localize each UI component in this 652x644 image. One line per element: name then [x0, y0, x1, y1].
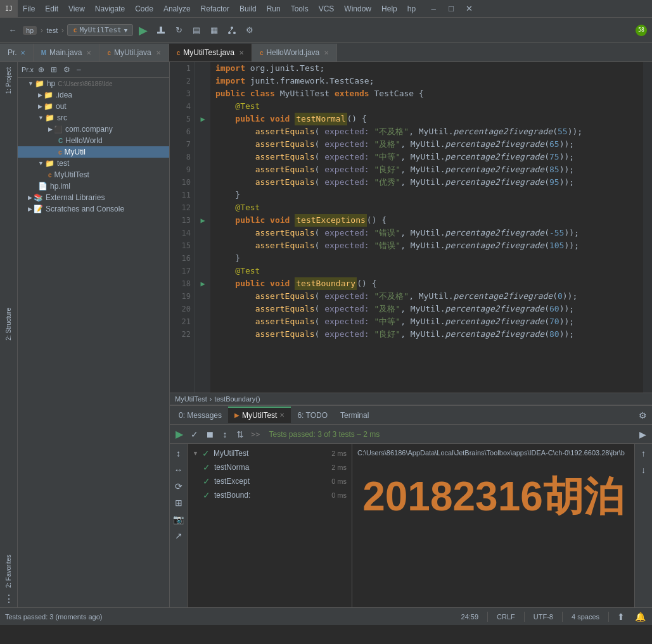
test-name-testbound: testBound: [214, 491, 250, 500]
right-strip-btn2[interactable]: ↓ [637, 463, 651, 477]
gutter-run-5[interactable]: ▶ [200, 115, 205, 123]
rerun-btn[interactable]: ✓ [188, 427, 201, 441]
menu-navigate[interactable]: Navigate [90, 0, 130, 17]
sort-az-btn[interactable]: ↕ [218, 427, 232, 441]
tree-item-helloworld[interactable]: C HelloWorld [18, 135, 169, 146]
menu-view[interactable]: View [63, 0, 90, 17]
menu-edit[interactable]: Edit [40, 0, 63, 17]
git-button[interactable] [224, 23, 240, 38]
svg-rect-1 [160, 27, 162, 32]
profiler-button[interactable]: ▦ [207, 23, 222, 38]
menu-build[interactable]: Build [234, 0, 262, 17]
notification-badge: 58 [636, 25, 647, 36]
gutter-run-13[interactable]: ▶ [200, 216, 205, 225]
sidebar-settings-btn[interactable]: ⚙ [61, 65, 72, 75]
tree-item-extlibs[interactable]: ▶ 📚 External Libraries [18, 192, 169, 203]
sidebar-layout-btn[interactable]: ⊞ [49, 65, 59, 75]
tab-helloworld[interactable]: c HelloWorld.java ✕ [252, 44, 337, 61]
tree-item-test[interactable]: ▼ 📁 test [18, 158, 169, 169]
bottom-strip-btn2[interactable]: ↔ [172, 463, 186, 477]
tab-helloworld-close[interactable]: ✕ [324, 49, 329, 56]
tree-item-hp[interactable]: ▼ 📁 hp C:\Users\86186\Ide [18, 78, 169, 89]
bottom-strip-btn4[interactable]: ⊞ [172, 496, 186, 510]
bottom-strip-btn6[interactable]: ↗ [172, 529, 186, 543]
sidebar-label-favorites[interactable]: 2: Favorites [4, 552, 13, 590]
sidebar-title: Pr.x [22, 66, 34, 73]
tree-item-idea[interactable]: ▶ 📁 .idea [18, 89, 169, 101]
tree-item-scratches[interactable]: ▶ 📝 Scratches and Console [18, 203, 169, 215]
menu-run[interactable]: Run [262, 0, 286, 17]
sidebar-scope-btn[interactable]: ⊕ [36, 65, 46, 75]
test-item-myutiltest[interactable]: ▼ ✓ MyUtilTest 2 ms [188, 446, 352, 460]
tree-item-myutil[interactable]: c MyUtil [18, 146, 169, 158]
run-button[interactable]: ▶ [136, 23, 151, 38]
maximize-button[interactable]: □ [444, 1, 459, 16]
coverage-button[interactable]: ▤ [189, 23, 204, 38]
menu-file[interactable]: File [18, 0, 40, 17]
collapse-btn[interactable]: ▶ [636, 427, 649, 441]
gutter-run-18[interactable]: ▶ [200, 279, 205, 288]
test-check-testbound: ✓ [203, 490, 210, 500]
tree-item-src[interactable]: ▼ 📁 src [18, 112, 169, 123]
right-strip-btn1[interactable]: ↑ [637, 446, 651, 460]
close-button[interactable]: ✕ [461, 1, 476, 16]
tab-main[interactable]: M Main.java ✕ [34, 44, 100, 61]
settings-button[interactable]: ⚙ [242, 23, 257, 38]
tab-myutil[interactable]: c MyUtil.java ✕ [99, 44, 169, 61]
menu-window[interactable]: Window [339, 0, 376, 17]
tab-project[interactable]: Pr. ✕ [0, 44, 34, 61]
status-git-btn[interactable]: ⬆ [614, 610, 628, 624]
status-encoding[interactable]: UTF-8 [530, 613, 557, 621]
tree-item-comcompany[interactable]: ▶ ⬛ com.company [18, 123, 169, 135]
menu-help[interactable]: Help [376, 0, 402, 17]
test-item-testexcept[interactable]: ✓ testExcept 0 ms [188, 474, 352, 488]
code-line-1: import org.junit.Test; [215, 62, 638, 75]
more-button[interactable]: ⋮ [4, 593, 14, 605]
bottom-tab-run-close[interactable]: ✕ [279, 412, 284, 419]
status-indent[interactable]: 4 spaces [568, 613, 603, 621]
run-config-dropdown[interactable]: c MyUtilTest ▼ [67, 24, 133, 36]
test-item-testnorma[interactable]: ✓ testNorma 2 ms [188, 460, 352, 474]
bottom-settings-btn[interactable]: ⚙ [636, 408, 649, 422]
bottom-tab-run[interactable]: ▶ MyUtilTest ✕ [228, 407, 291, 423]
bottom-strip-btn3[interactable]: ⟳ [172, 479, 186, 493]
menu-vcs[interactable]: VCS [314, 0, 340, 17]
run-again-btn[interactable]: ▶ [172, 427, 186, 441]
status-notifications-btn[interactable]: 🔔 [633, 610, 647, 624]
method-hl-boundary: testBoundary [295, 277, 357, 290]
stop-btn[interactable]: ⏹ [203, 427, 217, 441]
tab-myutiltest[interactable]: c MyUtilTest.java ✕ [169, 44, 252, 61]
test-item-testbound[interactable]: ✓ testBound: 0 ms [188, 488, 352, 502]
menu-tools[interactable]: Tools [286, 0, 314, 17]
tab-myutiltest-close[interactable]: ✕ [239, 49, 244, 56]
sidebar-label-project[interactable]: 1: Project [4, 65, 13, 96]
bottom-tab-messages[interactable]: 0: Messages [172, 408, 228, 423]
build-button[interactable] [153, 23, 169, 38]
bottom-strip-btn1[interactable]: ↕ [172, 446, 186, 460]
menu-refactor[interactable]: Refactor [196, 0, 234, 17]
bottom-tab-todo[interactable]: 6: TODO [291, 408, 334, 423]
tree-item-out[interactable]: ▶ 📁 out [18, 101, 169, 112]
tab-myutil-close[interactable]: ✕ [156, 49, 161, 56]
refresh-button[interactable]: ↻ [171, 23, 186, 38]
tab-main-close[interactable]: ✕ [86, 49, 91, 56]
tree-item-myutiltest[interactable]: c MyUtilTest [18, 169, 169, 180]
menu-analyze[interactable]: Analyze [158, 0, 196, 17]
minimize-button[interactable]: – [426, 1, 441, 16]
project-badge[interactable]: hp [23, 26, 37, 35]
menu-code[interactable]: Code [130, 0, 158, 17]
status-position[interactable]: 24:59 [457, 613, 483, 621]
bottom-strip-btn5[interactable]: 📷 [172, 512, 186, 526]
code-content[interactable]: import org.junit.Test; import junit.fram… [210, 62, 643, 393]
sort-time-btn[interactable]: ⇅ [233, 427, 247, 441]
sidebar-label-structure[interactable]: 2: Structure [4, 305, 13, 343]
tree-arrow-scratches: ▶ [28, 206, 32, 212]
bottom-tab-terminal[interactable]: Terminal [334, 408, 375, 423]
back-button[interactable]: ← [5, 23, 20, 38]
status-line-sep[interactable]: CRLF [493, 613, 519, 621]
status-right: 24:59 CRLF UTF-8 4 spaces ⬆ 🔔 [457, 610, 647, 624]
module-label[interactable]: test [46, 27, 58, 34]
sidebar-minimize-btn[interactable]: – [75, 65, 83, 75]
tree-item-hpiml[interactable]: 📄 hp.iml [18, 180, 169, 192]
tab-project-label: Pr. [8, 48, 17, 57]
